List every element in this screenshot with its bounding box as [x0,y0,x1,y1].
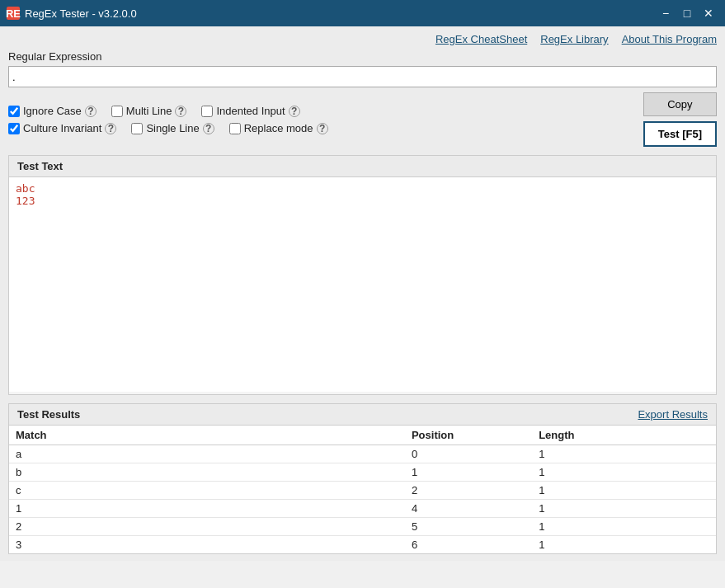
ignore-case-checkbox[interactable] [8,106,20,117]
col-header-length: Length [532,426,659,445]
replace-mode-checkbox[interactable] [229,123,241,134]
cell-position: 2 [405,482,532,500]
replace-mode-help[interactable]: ? [317,123,328,134]
regex-input[interactable] [8,66,717,87]
cell-extra [659,500,716,518]
cell-length: 1 [532,445,659,463]
test-button[interactable]: Test [F5] [643,121,717,147]
options-row-1: Ignore Case ? Multi Line ? Indented Inpu… [8,105,635,117]
app-title: RegEx Tester - v3.2.0.0 [25,7,137,20]
indented-input-help[interactable]: ? [289,106,300,117]
culture-invariant-help[interactable]: ? [105,123,116,134]
cell-position: 1 [405,463,532,482]
cell-match: c [9,482,405,500]
cheatsheet-link[interactable]: RegEx CheatSheet [435,33,527,45]
replace-mode-label: Replace mode [244,122,313,134]
regex-label: Regular Expression [8,50,717,63]
single-line-label: Single Line [146,122,199,134]
export-results-link[interactable]: Export Results [638,408,708,421]
test-text-input[interactable]: abc 123 [9,177,716,392]
main-content: RegEx CheatSheet RegEx Library About Thi… [0,26,725,561]
cell-match: 2 [9,518,405,536]
results-section: Test Results Export Results Match Positi… [8,403,717,554]
multi-line-group: Multi Line ? [111,105,187,117]
about-link[interactable]: About This Program [622,33,717,45]
ignore-case-group: Ignore Case ? [8,105,97,117]
action-buttons: Copy Test [F5] [643,92,717,147]
table-row: b 1 1 [9,463,716,482]
options-left: Ignore Case ? Multi Line ? Indented Inpu… [8,105,635,134]
single-line-help[interactable]: ? [203,123,214,134]
cell-match: b [9,463,405,482]
window-controls: − □ ✕ [656,3,718,23]
results-table: Match Position Length a 0 1 b 1 1 c 2 1 … [9,426,716,553]
table-row: 1 4 1 [9,500,716,518]
culture-invariant-group: Culture Invariant ? [8,122,116,134]
col-header-match: Match [9,426,405,445]
multi-line-label: Multi Line [126,105,172,117]
results-header-row: Match Position Length [9,426,716,445]
col-header-extra [659,426,716,445]
cell-extra [659,482,716,500]
cell-position: 6 [405,536,532,554]
indented-input-checkbox[interactable] [201,106,213,117]
cell-extra [659,463,716,482]
cell-match: 3 [9,536,405,554]
test-text-title: Test Text [17,160,63,172]
app-icon: RE [7,7,20,20]
close-button[interactable]: ✕ [699,3,718,23]
cell-length: 1 [532,500,659,518]
cell-extra [659,518,716,536]
cell-length: 1 [532,463,659,482]
title-bar-left: RE RegEx Tester - v3.2.0.0 [7,7,137,20]
library-link[interactable]: RegEx Library [540,33,608,45]
cell-length: 1 [532,482,659,500]
cell-match: a [9,445,405,463]
options-area: Ignore Case ? Multi Line ? Indented Inpu… [8,92,717,147]
results-body: a 0 1 b 1 1 c 2 1 1 4 1 2 5 1 3 6 1 [9,445,716,554]
cell-match: 1 [9,500,405,518]
multi-line-help[interactable]: ? [175,106,186,117]
options-row-2: Culture Invariant ? Single Line ? Replac… [8,122,635,134]
table-row: c 2 1 [9,482,716,500]
cell-position: 5 [405,518,532,536]
indented-input-group: Indented Input ? [201,105,299,117]
cell-position: 0 [405,445,532,463]
ignore-case-label: Ignore Case [23,105,82,117]
table-row: 3 6 1 [9,536,716,554]
cell-position: 4 [405,500,532,518]
test-text-header: Test Text [9,156,716,177]
cell-length: 1 [532,536,659,554]
ignore-case-help[interactable]: ? [85,106,97,117]
test-text-section: Test Text abc 123 [8,155,717,395]
col-header-position: Position [405,426,532,445]
cell-length: 1 [532,518,659,536]
single-line-checkbox[interactable] [131,123,143,134]
top-nav: RegEx CheatSheet RegEx Library About Thi… [8,33,717,45]
table-row: 2 5 1 [9,518,716,536]
cell-extra [659,445,716,463]
copy-button[interactable]: Copy [643,92,717,116]
culture-invariant-label: Culture Invariant [23,122,101,134]
culture-invariant-checkbox[interactable] [8,123,20,134]
cell-extra [659,536,716,554]
results-title: Test Results [17,408,80,421]
multi-line-checkbox[interactable] [111,106,123,117]
title-bar: RE RegEx Tester - v3.2.0.0 − □ ✕ [0,0,725,26]
minimize-button[interactable]: − [656,3,676,23]
single-line-group: Single Line ? [131,122,214,134]
indented-input-label: Indented Input [216,105,285,117]
results-header: Test Results Export Results [9,404,716,426]
maximize-button[interactable]: □ [677,3,697,23]
table-row: a 0 1 [9,445,716,463]
replace-mode-group: Replace mode ? [229,122,328,134]
